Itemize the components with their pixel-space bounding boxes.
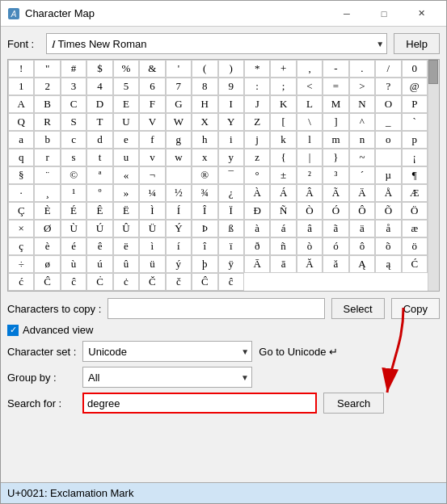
scrollbar-thumb[interactable] xyxy=(428,60,438,84)
goto-unicode-link[interactable]: Go to Unicode ↵ xyxy=(259,346,338,358)
char-cell[interactable]: ö xyxy=(402,237,428,255)
char-cell[interactable]: % xyxy=(113,60,139,78)
char-cell[interactable]: ċ xyxy=(113,273,139,291)
char-cell[interactable]: ¹ xyxy=(61,184,86,202)
char-cell[interactable]: » xyxy=(113,184,139,202)
select-button[interactable]: Select xyxy=(331,298,385,319)
char-cell[interactable]: Ø xyxy=(34,220,60,237)
char-cell[interactable]: A xyxy=(8,95,34,113)
char-cell[interactable]: Þ xyxy=(192,220,217,237)
char-cell[interactable]: ò xyxy=(297,237,323,255)
char-cell[interactable]: | xyxy=(297,149,323,166)
char-cell[interactable]: 9 xyxy=(218,78,244,95)
char-cell[interactable]: } xyxy=(323,149,348,166)
char-cell[interactable]: ° xyxy=(244,166,270,184)
char-cell[interactable]: # xyxy=(61,60,86,78)
char-cell[interactable]: ĉ xyxy=(61,273,86,291)
char-cell[interactable]: ~ xyxy=(349,149,375,166)
char-cell[interactable]: º xyxy=(86,184,112,202)
char-cell[interactable]: õ xyxy=(375,237,401,255)
char-cell[interactable]: ® xyxy=(192,166,217,184)
char-cell[interactable]: Û xyxy=(113,220,139,237)
char-cell[interactable]: ã xyxy=(323,220,348,237)
char-cell[interactable]: Æ xyxy=(402,184,428,202)
char-cell[interactable]: V xyxy=(139,113,165,131)
char-cell[interactable]: Ç xyxy=(8,202,34,220)
char-cell[interactable]: ÿ xyxy=(218,255,244,273)
char-cell[interactable]: Ċ xyxy=(86,273,112,291)
char-cell[interactable]: Ð xyxy=(244,202,270,220)
char-cell[interactable]: § xyxy=(8,166,34,184)
char-cell[interactable]: L xyxy=(297,95,323,113)
char-cell[interactable]: C xyxy=(61,95,86,113)
char-cell[interactable]: ú xyxy=(86,255,112,273)
char-cell[interactable]: Õ xyxy=(375,202,401,220)
char-cell[interactable]: l xyxy=(297,131,323,149)
help-button[interactable]: Help xyxy=(394,33,440,54)
char-cell[interactable]: J xyxy=(244,95,270,113)
char-cell[interactable]: 1 xyxy=(8,78,34,95)
char-cell[interactable]: G xyxy=(166,95,192,113)
char-cell[interactable]: . xyxy=(349,60,375,78)
char-cell[interactable]: q xyxy=(8,149,34,166)
char-cell[interactable]: Ñ xyxy=(270,202,296,220)
char-cell[interactable]: x xyxy=(192,149,217,166)
char-cell[interactable]: ą xyxy=(375,255,401,273)
grid-scrollbar[interactable] xyxy=(428,60,439,291)
char-cell[interactable]: ¼ xyxy=(139,184,165,202)
char-cell[interactable]: Ï xyxy=(218,202,244,220)
char-cell[interactable]: ´ xyxy=(349,166,375,184)
char-cell[interactable]: 3 xyxy=(61,78,86,95)
char-cell[interactable]: ì xyxy=(139,237,165,255)
char-cell[interactable]: Ă xyxy=(297,255,323,273)
char-cell[interactable]: $ xyxy=(86,60,112,78)
char-cell[interactable]: © xyxy=(61,166,86,184)
char-cell[interactable]: 0 xyxy=(402,60,428,78)
char-cell[interactable]: ê xyxy=(86,237,112,255)
charset-select[interactable]: Unicode Windows: Western xyxy=(82,341,252,362)
minimize-button[interactable]: ─ xyxy=(328,1,365,27)
char-cell[interactable]: ï xyxy=(218,237,244,255)
char-cell[interactable]: ¬ xyxy=(139,166,165,184)
char-cell[interactable]: { xyxy=(270,149,296,166)
char-cell[interactable]: b xyxy=(34,131,60,149)
char-cell[interactable]: > xyxy=(349,78,375,95)
char-cell[interactable]: ü xyxy=(139,255,165,273)
char-cell[interactable]: c xyxy=(61,131,86,149)
char-cell[interactable]: ¿ xyxy=(218,184,244,202)
char-cell[interactable]: h xyxy=(192,131,217,149)
char-cell[interactable]: + xyxy=(270,60,296,78)
char-cell[interactable]: ß xyxy=(218,220,244,237)
char-cell[interactable]: S xyxy=(61,113,86,131)
char-cell[interactable]: Í xyxy=(166,202,192,220)
char-cell[interactable]: v xyxy=(139,149,165,166)
char-cell[interactable]: Ā xyxy=(244,255,270,273)
char-cell[interactable]: : xyxy=(244,78,270,95)
char-cell[interactable]: ½ xyxy=(166,184,192,202)
char-cell[interactable]: ä xyxy=(349,220,375,237)
char-cell[interactable]: O xyxy=(375,95,401,113)
char-cell[interactable]: Ë xyxy=(113,202,139,220)
char-cell[interactable]: Z xyxy=(244,113,270,131)
char-cell[interactable]: ; xyxy=(270,78,296,95)
char-cell[interactable]: ) xyxy=(218,60,244,78)
char-cell[interactable]: Ù xyxy=(61,220,86,237)
char-cell[interactable]: µ xyxy=(375,166,401,184)
char-cell[interactable]: ¶ xyxy=(402,166,428,184)
char-cell[interactable]: i xyxy=(218,131,244,149)
char-cell[interactable]: Ê xyxy=(86,202,112,220)
char-cell[interactable]: K xyxy=(270,95,296,113)
char-cell[interactable]: I xyxy=(218,95,244,113)
char-cell[interactable]: č xyxy=(166,273,192,291)
scrollbar-track[interactable] xyxy=(428,60,439,291)
char-cell[interactable]: Q xyxy=(8,113,34,131)
char-cell[interactable]: ? xyxy=(375,78,401,95)
char-cell[interactable]: H xyxy=(192,95,217,113)
char-cell[interactable]: [ xyxy=(270,113,296,131)
close-button[interactable]: ✕ xyxy=(403,1,440,27)
advanced-view-checkbox-wrapper[interactable]: ✓ Advanced view xyxy=(7,324,93,336)
char-cell[interactable]: W xyxy=(166,113,192,131)
search-input[interactable] xyxy=(82,393,317,414)
char-cell[interactable]: s xyxy=(61,149,86,166)
char-cell[interactable]: Â xyxy=(297,184,323,202)
